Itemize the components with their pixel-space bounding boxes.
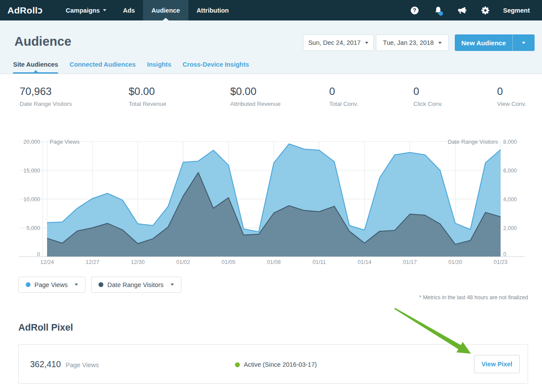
svg-text:15,000: 15,000 <box>24 168 40 174</box>
summary-stats: 70,963 Date Range Visitors $0.00 Total R… <box>20 85 528 107</box>
svg-text:0: 0 <box>503 251 506 257</box>
nav-audience-label: Audience <box>151 7 180 14</box>
stat-label: Attributed Revenue <box>230 101 329 107</box>
page-header: Audience Sun, Dec 24, 2017 Tue, Jan 23, … <box>0 20 542 74</box>
svg-text:01/20: 01/20 <box>448 259 462 265</box>
account-menu[interactable]: Segment <box>497 7 536 14</box>
adroll-logo-curl: Ɔ <box>37 7 42 15</box>
stat-value: $0.00 <box>129 85 230 98</box>
page-views-dot-icon <box>26 282 31 287</box>
stat-label: Total Revenue <box>129 101 230 107</box>
svg-text:10,000: 10,000 <box>24 196 40 203</box>
help-icon[interactable]: ? <box>403 7 426 14</box>
svg-text:01/05: 01/05 <box>222 259 235 265</box>
chart-legend: Page Views Date Range Visitors <box>18 277 181 293</box>
pixel-status: Active (Since 2016-03-17) <box>235 361 317 368</box>
stat-total-revenue: $0.00 Total Revenue <box>129 85 230 107</box>
svg-text:Date Range Visitors: Date Range Visitors <box>448 139 498 145</box>
pixel-page-views: 362,410 Page Views <box>30 359 99 369</box>
stat-label: Click Conv. <box>413 101 497 107</box>
nav-attribution[interactable]: Attribution <box>188 0 237 20</box>
chevron-down-icon <box>170 284 174 286</box>
svg-text:5,000: 5,000 <box>27 225 40 231</box>
chevron-down-icon <box>522 42 525 44</box>
stat-value: 70,963 <box>20 85 129 98</box>
adroll-logo[interactable]: AdRollƆ <box>7 0 43 20</box>
pixel-card: 362,410 Page Views Active (Since 2016-03… <box>18 344 528 384</box>
audience-tabs: Site Audiences Connected Audiences Insig… <box>13 61 249 74</box>
stat-label: Total Conv. <box>329 101 413 107</box>
legend-date-range-visitors[interactable]: Date Range Visitors <box>91 277 181 293</box>
metrics-footnote: * Metrics in the last 48 hours are not f… <box>419 294 528 301</box>
nav-campaigns-label: Campaigns <box>66 7 100 14</box>
megaphone-icon[interactable] <box>450 6 474 15</box>
stat-date-range-visitors: 70,963 Date Range Visitors <box>20 85 129 107</box>
active-nav-notch <box>163 18 169 20</box>
svg-text:2,000: 2,000 <box>503 225 517 231</box>
stat-click-conv: 0 Click Conv. <box>413 85 497 107</box>
tab-site-audiences[interactable]: Site Audiences <box>13 61 58 74</box>
adroll-logo-text: AdRoll <box>7 5 37 16</box>
svg-text:12/30: 12/30 <box>131 259 144 265</box>
svg-text:01/08: 01/08 <box>267 259 280 265</box>
new-audience-button[interactable]: New Audience <box>455 34 513 51</box>
pixel-page-views-label: Page Views <box>66 362 99 368</box>
nav-campaigns[interactable]: Campaigns <box>58 0 115 20</box>
new-audience-split-button: New Audience <box>455 34 535 51</box>
gear-icon[interactable] <box>474 6 497 15</box>
view-pixel-button[interactable]: View Pixel <box>474 355 520 373</box>
date-range-end[interactable]: Tue, Jan 23, 2018 <box>376 34 449 51</box>
stat-value: 0 <box>497 85 526 98</box>
svg-text:6,000: 6,000 <box>503 168 517 174</box>
stat-label: Date Range Visitors <box>20 101 129 107</box>
nav-attribution-label: Attribution <box>197 7 229 14</box>
stat-total-conv: 0 Total Conv. <box>329 85 413 107</box>
top-navbar: AdRollƆ Campaigns Ads Audience Attributi… <box>0 0 542 20</box>
visitors-dot-icon <box>99 282 103 287</box>
date-range-start[interactable]: Sun, Dec 24, 2017 <box>303 34 374 51</box>
svg-text:01/23: 01/23 <box>494 259 507 265</box>
svg-text:12/24: 12/24 <box>40 259 54 265</box>
page-title: Audience <box>14 34 72 49</box>
stat-attributed-revenue: $0.00 Attributed Revenue <box>230 85 329 107</box>
status-dot-icon <box>235 362 240 367</box>
svg-text:01/02: 01/02 <box>176 259 190 265</box>
tab-cross-device-insights[interactable]: Cross-Device Insights <box>183 61 249 74</box>
nav-ads-label: Ads <box>123 7 135 14</box>
nav-audience[interactable]: Audience <box>143 0 188 20</box>
legend-label: Date Range Visitors <box>107 281 164 288</box>
svg-text:12/27: 12/27 <box>85 259 99 265</box>
svg-text:01/14: 01/14 <box>358 259 371 265</box>
audience-chart-svg: 05,00010,00015,00020,00002,0004,0006,000… <box>0 135 542 266</box>
legend-page-views[interactable]: Page Views <box>18 277 85 293</box>
tab-insights[interactable]: Insights <box>147 61 171 74</box>
tab-connected-audiences[interactable]: Connected Audiences <box>69 61 136 74</box>
svg-text:0: 0 <box>37 251 40 257</box>
notifications-icon[interactable] <box>426 6 450 15</box>
main-nav: Campaigns Ads Audience Attribution <box>58 0 237 20</box>
legend-label: Page Views <box>34 281 68 288</box>
traffic-chart: 05,00010,00015,00020,00002,0004,0006,000… <box>0 135 542 266</box>
chevron-down-icon <box>365 42 368 44</box>
stat-view-conv: 0 View Conv. <box>497 85 526 107</box>
pixel-page-views-value: 362,410 <box>30 359 61 369</box>
header-controls: Sun, Dec 24, 2017 Tue, Jan 23, 2018 New … <box>303 34 535 51</box>
svg-text:8,000: 8,000 <box>503 139 517 145</box>
date-range-end-value: Tue, Jan 23, 2018 <box>383 39 433 46</box>
notification-badge <box>439 11 443 16</box>
svg-text:01/17: 01/17 <box>403 259 416 265</box>
svg-text:Page Views: Page Views <box>50 139 80 145</box>
chevron-down-icon <box>438 42 442 44</box>
new-audience-dropdown-button[interactable] <box>513 34 535 51</box>
date-range-start-value: Sun, Dec 24, 2017 <box>308 39 361 46</box>
nav-ads[interactable]: Ads <box>115 0 143 20</box>
svg-text:20,000: 20,000 <box>24 139 40 145</box>
pixel-section-heading: AdRoll Pixel <box>18 322 73 333</box>
chevron-down-icon <box>103 9 106 11</box>
stat-value: 0 <box>413 85 497 98</box>
stat-label: View Conv. <box>497 101 526 107</box>
stat-value: $0.00 <box>230 85 329 98</box>
svg-text:01/11: 01/11 <box>313 259 326 265</box>
stat-value: 0 <box>329 85 413 98</box>
navbar-right: ? Segment <box>403 0 542 20</box>
